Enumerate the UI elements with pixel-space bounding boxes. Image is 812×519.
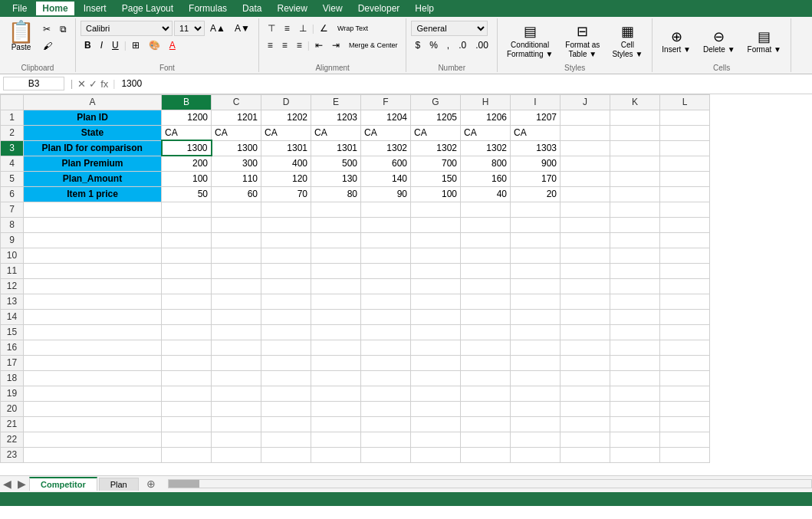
col-header-A[interactable]: A bbox=[24, 94, 162, 110]
cell-F7[interactable] bbox=[361, 202, 411, 217]
comma-button[interactable]: , bbox=[443, 38, 453, 53]
cell-D20[interactable] bbox=[261, 401, 311, 416]
row-header-3[interactable]: 3 bbox=[1, 140, 24, 156]
col-header-J[interactable]: J bbox=[561, 94, 610, 110]
row-header-11[interactable]: 11 bbox=[1, 263, 24, 278]
col-header-L[interactable]: L bbox=[660, 94, 710, 110]
cell-B21[interactable] bbox=[162, 416, 212, 432]
format-as-table-button[interactable]: ⊟ Format asTable ▼ bbox=[561, 21, 604, 62]
cell-E21[interactable] bbox=[311, 416, 361, 432]
name-box[interactable] bbox=[3, 77, 64, 90]
cell-K9[interactable] bbox=[610, 232, 660, 248]
cell-A1[interactable]: Plan ID bbox=[24, 110, 162, 125]
cell-L1[interactable] bbox=[660, 110, 710, 125]
cell-E22[interactable] bbox=[311, 432, 361, 447]
cell-J21[interactable] bbox=[561, 416, 610, 432]
cell-D22[interactable] bbox=[261, 432, 311, 447]
cell-K2[interactable] bbox=[610, 125, 660, 140]
cell-F16[interactable] bbox=[361, 340, 411, 355]
cell-K18[interactable] bbox=[610, 370, 660, 386]
cell-E10[interactable] bbox=[311, 248, 361, 263]
cell-K6[interactable] bbox=[610, 186, 660, 202]
cell-B10[interactable] bbox=[162, 248, 212, 263]
cell-A6[interactable]: Item 1 price bbox=[24, 186, 162, 202]
cell-K23[interactable] bbox=[610, 447, 660, 462]
cell-E6[interactable]: 80 bbox=[311, 186, 361, 202]
cell-I17[interactable] bbox=[511, 355, 561, 370]
cell-A12[interactable] bbox=[24, 278, 162, 294]
cell-G17[interactable] bbox=[411, 355, 461, 370]
format-button[interactable]: ▤ Format ▼ bbox=[743, 25, 786, 57]
menu-home[interactable]: Home bbox=[36, 2, 74, 15]
underline-button[interactable]: U bbox=[108, 38, 123, 53]
cell-K15[interactable] bbox=[610, 324, 660, 340]
cell-J23[interactable] bbox=[561, 447, 610, 462]
cell-L5[interactable] bbox=[660, 171, 710, 186]
add-sheet-button[interactable]: ⊕ bbox=[140, 476, 162, 491]
cell-K4[interactable] bbox=[610, 156, 660, 171]
cell-B11[interactable] bbox=[162, 263, 212, 278]
cell-H5[interactable]: 160 bbox=[461, 171, 511, 186]
cell-K20[interactable] bbox=[610, 401, 660, 416]
cell-J22[interactable] bbox=[561, 432, 610, 447]
cell-L9[interactable] bbox=[660, 232, 710, 248]
cell-K14[interactable] bbox=[610, 309, 660, 324]
cell-I23[interactable] bbox=[511, 447, 561, 462]
cell-C18[interactable] bbox=[212, 370, 261, 386]
menu-page-layout[interactable]: Page Layout bbox=[116, 2, 179, 15]
cell-D17[interactable] bbox=[261, 355, 311, 370]
cell-B15[interactable] bbox=[162, 324, 212, 340]
cell-H18[interactable] bbox=[461, 370, 511, 386]
align-top-button[interactable]: ⊤ bbox=[264, 21, 279, 36]
cell-D23[interactable] bbox=[261, 447, 311, 462]
cell-K21[interactable] bbox=[610, 416, 660, 432]
fill-color-button[interactable]: 🎨 bbox=[145, 38, 164, 53]
cell-F6[interactable]: 90 bbox=[361, 186, 411, 202]
indent-decrease-button[interactable]: ⇤ bbox=[311, 38, 327, 53]
italic-button[interactable]: I bbox=[97, 38, 107, 53]
cell-E13[interactable] bbox=[311, 294, 361, 309]
cell-D13[interactable] bbox=[261, 294, 311, 309]
cell-G23[interactable] bbox=[411, 447, 461, 462]
function-icon[interactable]: fx bbox=[100, 78, 108, 90]
cell-G15[interactable] bbox=[411, 324, 461, 340]
cell-H13[interactable] bbox=[461, 294, 511, 309]
cell-L6[interactable] bbox=[660, 186, 710, 202]
cell-F20[interactable] bbox=[361, 401, 411, 416]
cell-H11[interactable] bbox=[461, 263, 511, 278]
cell-K1[interactable] bbox=[610, 110, 660, 125]
cell-I2[interactable]: CA bbox=[511, 125, 561, 140]
cell-B20[interactable] bbox=[162, 401, 212, 416]
cell-C11[interactable] bbox=[212, 263, 261, 278]
cell-A17[interactable] bbox=[24, 355, 162, 370]
cell-I22[interactable] bbox=[511, 432, 561, 447]
cell-J10[interactable] bbox=[561, 248, 610, 263]
align-left-button[interactable]: ≡ bbox=[264, 38, 277, 53]
menu-view[interactable]: View bbox=[317, 2, 349, 15]
cell-G3[interactable]: 1302 bbox=[411, 140, 461, 156]
cell-B19[interactable] bbox=[162, 386, 212, 401]
cell-C17[interactable] bbox=[212, 355, 261, 370]
col-header-D[interactable]: D bbox=[261, 94, 311, 110]
row-header-17[interactable]: 17 bbox=[1, 355, 24, 370]
col-header-B[interactable]: B bbox=[162, 94, 212, 110]
cell-I12[interactable] bbox=[511, 278, 561, 294]
row-header-10[interactable]: 10 bbox=[1, 248, 24, 263]
cell-G9[interactable] bbox=[411, 232, 461, 248]
row-header-4[interactable]: 4 bbox=[1, 156, 24, 171]
cell-F2[interactable]: CA bbox=[361, 125, 411, 140]
cell-J16[interactable] bbox=[561, 340, 610, 355]
cell-E23[interactable] bbox=[311, 447, 361, 462]
decrease-font-button[interactable]: A▼ bbox=[231, 21, 254, 36]
cell-I20[interactable] bbox=[511, 401, 561, 416]
cell-A13[interactable] bbox=[24, 294, 162, 309]
row-header-20[interactable]: 20 bbox=[1, 401, 24, 416]
cell-A11[interactable] bbox=[24, 263, 162, 278]
font-family-select[interactable]: Calibri bbox=[81, 21, 173, 36]
row-header-7[interactable]: 7 bbox=[1, 202, 24, 217]
cell-K7[interactable] bbox=[610, 202, 660, 217]
cell-A7[interactable] bbox=[24, 202, 162, 217]
cell-H4[interactable]: 800 bbox=[461, 156, 511, 171]
row-header-23[interactable]: 23 bbox=[1, 447, 24, 462]
cell-G11[interactable] bbox=[411, 263, 461, 278]
